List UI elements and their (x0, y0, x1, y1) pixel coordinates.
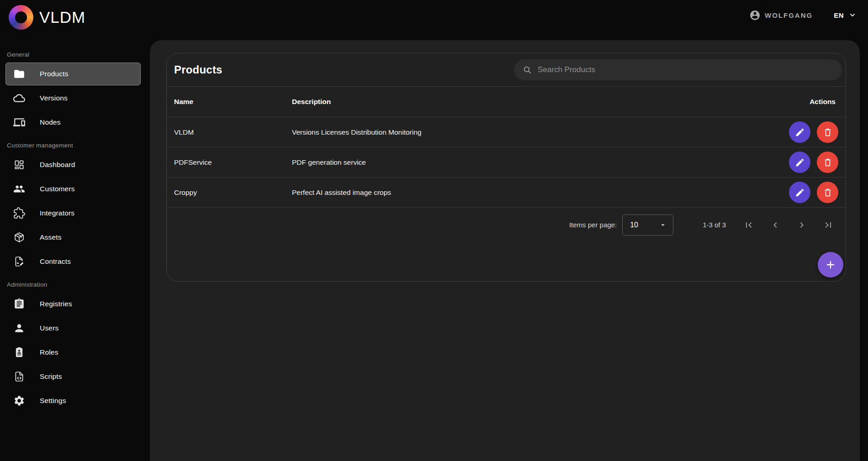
delete-button[interactable] (817, 182, 838, 203)
items-per-page-value: 10 (630, 221, 638, 229)
first-page-icon (743, 220, 754, 230)
sidebar-item-label: Dashboard (40, 161, 75, 169)
assets-icon (13, 231, 25, 243)
registries-icon (13, 298, 25, 310)
paginator: Items per page: 10 1-3 of 3 (167, 207, 846, 242)
sidebar-item-label: Integrators (40, 209, 74, 217)
sidebar-item-label: Versions (40, 94, 68, 102)
items-per-page-select[interactable]: 10 (622, 215, 673, 236)
sidebar-item-label: Assets (40, 233, 62, 241)
integrators-icon (13, 207, 25, 219)
sidebar-section-label: Administration (7, 281, 150, 288)
sidebar-item-integrators[interactable]: Integrators (5, 202, 141, 225)
sidebar-item-users[interactable]: Users (5, 317, 141, 340)
sidebar-item-label: Nodes (40, 118, 61, 126)
page-title: Products (174, 63, 222, 76)
search-input[interactable] (538, 65, 834, 74)
language-code: EN (834, 11, 844, 19)
sidebar-item-registries[interactable]: Registries (5, 293, 141, 315)
products-card: Products Name Description Actions VLDM V… (166, 53, 846, 282)
sidebar-item-products[interactable]: Products (5, 63, 141, 85)
product-description: Perfect AI assisted image crops (292, 189, 770, 197)
sidebar-item-versions[interactable]: Versions (5, 87, 141, 110)
customers-icon (13, 183, 25, 195)
devices-icon (13, 116, 25, 128)
table-row: VLDM Versions Licenses Distribution Moni… (167, 117, 846, 147)
sidebar-section: General Products Versions Nodes (0, 51, 150, 134)
delete-trash-icon (823, 188, 833, 198)
previous-page-button[interactable] (765, 215, 785, 235)
dashboard-icon (13, 159, 25, 171)
chevron-down-icon (848, 11, 857, 19)
last-page-button[interactable] (818, 215, 838, 235)
sidebar-item-customers[interactable]: Customers (5, 178, 141, 200)
search-icon (522, 65, 532, 75)
sidebar-item-label: Customers (40, 185, 75, 193)
sidebar-item-nodes[interactable]: Nodes (5, 111, 141, 134)
sidebar-item-label: Registries (40, 300, 72, 308)
sidebar-item-contracts[interactable]: Contracts (5, 250, 141, 273)
table-row: PDFService PDF generation service (167, 147, 846, 177)
delete-trash-icon (823, 157, 833, 168)
sidebar-item-roles[interactable]: Roles (5, 341, 141, 364)
edit-button[interactable] (789, 121, 810, 143)
product-name: VLDM (174, 128, 292, 136)
content-panel: Products Name Description Actions VLDM V… (150, 40, 860, 461)
product-name: PDFService (174, 158, 292, 167)
product-description: PDF generation service (292, 158, 770, 167)
users-icon (13, 322, 25, 334)
sidebar: General Products Versions Nodes Customer… (0, 35, 150, 461)
column-header-description: Description (292, 98, 770, 106)
settings-icon (13, 395, 25, 407)
sidebar-item-label: Roles (40, 348, 58, 356)
language-selector[interactable]: EN (834, 11, 857, 19)
product-name: Croppy (174, 189, 292, 197)
next-page-button[interactable] (792, 215, 812, 235)
sidebar-section: Administration Registries Users Roles Sc… (0, 281, 150, 412)
account-circle-icon (749, 10, 761, 21)
delete-trash-icon (823, 127, 833, 137)
user-name: WOLFGANG (765, 11, 813, 19)
delete-button[interactable] (817, 121, 838, 143)
table-row: Croppy Perfect AI assisted image crops (167, 177, 846, 207)
scripts-icon (13, 371, 25, 382)
edit-pencil-icon (795, 127, 805, 137)
brand-name: VLDM (39, 8, 85, 26)
sidebar-item-label: Products (40, 70, 69, 78)
app-header: VLDM WOLFGANG EN (0, 0, 868, 35)
edit-pencil-icon (795, 157, 805, 168)
first-page-button[interactable] (739, 215, 759, 235)
delete-button[interactable] (817, 152, 838, 173)
sidebar-item-label: Users (40, 324, 58, 332)
sidebar-item-label: Scripts (40, 372, 62, 381)
chevron-right-icon (796, 220, 807, 230)
sidebar-item-scripts[interactable]: Scripts (5, 365, 141, 388)
sidebar-section: Customer management Dashboard Customers … (0, 142, 150, 273)
sidebar-section-label: General (7, 51, 150, 58)
edit-button[interactable] (789, 182, 810, 203)
brand: VLDM (9, 5, 85, 30)
sidebar-item-settings[interactable]: Settings (5, 389, 141, 412)
table-header: Name Description Actions (167, 86, 846, 117)
edit-button[interactable] (789, 152, 810, 173)
sidebar-sections: General Products Versions Nodes Customer… (0, 51, 150, 412)
plus-icon (825, 259, 836, 271)
sidebar-item-label: Contracts (40, 257, 71, 266)
items-per-page-label: Items per page: (569, 221, 617, 229)
roles-icon (13, 346, 25, 358)
contracts-icon (13, 256, 25, 267)
caret-down-icon (658, 220, 667, 230)
user-menu[interactable]: WOLFGANG (749, 10, 813, 21)
search-bar (514, 59, 842, 80)
table-body: VLDM Versions Licenses Distribution Moni… (167, 117, 846, 207)
sidebar-item-assets[interactable]: Assets (5, 226, 141, 249)
range-label: 1-3 of 3 (703, 221, 726, 229)
sidebar-item-dashboard[interactable]: Dashboard (5, 153, 141, 176)
last-page-icon (823, 220, 834, 230)
sidebar-item-label: Settings (40, 397, 66, 405)
column-header-name: Name (174, 98, 292, 106)
add-product-button[interactable] (818, 252, 843, 278)
folder-icon (13, 68, 25, 80)
edit-pencil-icon (795, 188, 805, 198)
sidebar-section-label: Customer management (7, 142, 150, 149)
